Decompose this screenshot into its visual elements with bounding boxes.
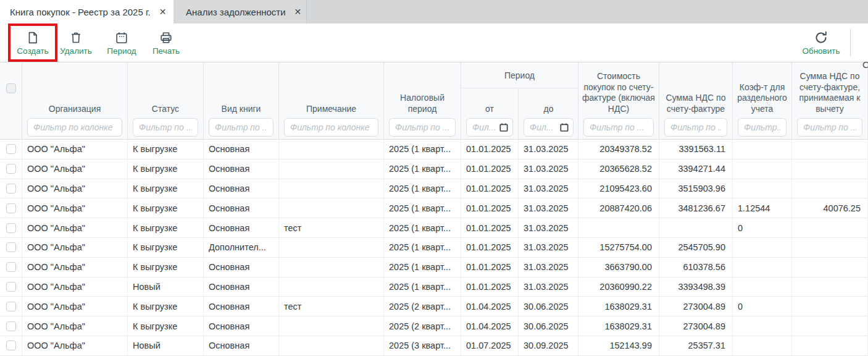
cell-cost[interactable]: 1638029.31 bbox=[578, 316, 659, 336]
cell-status[interactable]: Новый bbox=[128, 336, 204, 355]
print-button[interactable]: Печать bbox=[144, 23, 188, 62]
cell-org[interactable]: ООО "Альфа" bbox=[22, 258, 128, 277]
cell-cost[interactable]: 20365628.52 bbox=[578, 159, 659, 179]
cell-vat[interactable]: 610378.56 bbox=[659, 258, 733, 277]
cell-tax-period[interactable]: 2025 (1 кварт... bbox=[384, 140, 461, 159]
cell-book-type[interactable]: Основная bbox=[204, 179, 279, 198]
cell-org[interactable]: ООО "Альфа" bbox=[22, 218, 128, 237]
cell-coef[interactable] bbox=[733, 316, 792, 336]
cell-note[interactable] bbox=[279, 258, 384, 277]
column-header-note[interactable]: Примечание bbox=[279, 62, 384, 139]
cell-book-type[interactable]: Основная bbox=[204, 278, 279, 297]
filter-input-vat-deduct[interactable] bbox=[797, 118, 862, 137]
cell-date-from[interactable]: 01.04.2025 bbox=[461, 316, 519, 336]
cell-date-to[interactable]: 31.03.2025 bbox=[519, 198, 578, 218]
cell-coef[interactable]: 1.12544 bbox=[733, 198, 792, 218]
cell-vat[interactable] bbox=[659, 218, 733, 237]
filter-input-date-to[interactable] bbox=[530, 122, 559, 132]
row-checkbox[interactable] bbox=[6, 242, 16, 252]
cell-status[interactable]: К выгрузке bbox=[128, 198, 204, 218]
cell-book-type[interactable]: Основная bbox=[204, 297, 279, 316]
cell-status[interactable]: К выгрузке bbox=[128, 297, 204, 316]
cell-org[interactable]: ООО "Альфа" bbox=[22, 159, 128, 179]
cell-date-from[interactable]: 01.01.2025 bbox=[461, 159, 519, 179]
cell-coef[interactable]: 0 bbox=[733, 297, 792, 316]
cell-vat[interactable]: 3393498.39 bbox=[659, 278, 733, 297]
cell-vat-deduct[interactable] bbox=[792, 336, 868, 355]
cell-cost[interactable]: 21095423.60 bbox=[578, 179, 659, 198]
select-all-checkbox[interactable] bbox=[6, 83, 16, 93]
tab-purchase-book[interactable]: Книга покупок - Реестр за 2025 г. ✕ bbox=[0, 0, 173, 23]
cell-date-to[interactable]: 31.03.2025 bbox=[519, 258, 578, 277]
cell-vat-deduct[interactable]: 40076.25 bbox=[792, 198, 868, 218]
table-row[interactable]: ООО "Альфа"К выгрузкеОсновная2025 (1 ква… bbox=[0, 258, 868, 278]
cell-org[interactable]: ООО "Альфа" bbox=[22, 238, 128, 257]
cell-org[interactable]: ООО "Альфа" bbox=[22, 297, 128, 316]
cell-tax-period[interactable]: 2025 (1 кварт... bbox=[384, 238, 461, 257]
column-header-org[interactable]: Организация bbox=[22, 62, 128, 139]
table-row[interactable]: ООО "Альфа"К выгрузкеДополнител...2025 (… bbox=[0, 238, 868, 258]
delete-button[interactable]: Удалить bbox=[53, 23, 99, 62]
cell-note[interactable] bbox=[279, 198, 384, 218]
filter-input-note[interactable] bbox=[284, 118, 378, 137]
cell-status[interactable]: К выгрузке bbox=[128, 179, 204, 198]
cell-book-type[interactable]: Дополнител... bbox=[204, 238, 279, 257]
cell-date-to[interactable]: 30.09.2025 bbox=[519, 336, 578, 355]
cell-org[interactable]: ООО "Альфа" bbox=[22, 140, 128, 159]
cell-vat-deduct[interactable] bbox=[792, 179, 868, 198]
table-row[interactable]: ООО "Альфа"НовыйОсновная2025 (3 кварт...… bbox=[0, 336, 868, 356]
filter-input-vat[interactable] bbox=[664, 118, 727, 137]
cell-vat-deduct[interactable] bbox=[792, 159, 868, 179]
cell-tax-period[interactable]: 2025 (2 кварт... bbox=[384, 297, 461, 316]
cell-coef[interactable]: 0 bbox=[733, 218, 792, 237]
cell-cost[interactable]: 3663790.00 bbox=[578, 258, 659, 277]
filter-input-cost[interactable] bbox=[583, 118, 654, 137]
table-row[interactable]: ООО "Альфа"К выгрузкеОсновнаятест2025 (2… bbox=[0, 297, 868, 316]
cell-status[interactable]: К выгрузке bbox=[128, 316, 204, 336]
row-checkbox[interactable] bbox=[6, 164, 16, 174]
cell-coef[interactable] bbox=[733, 336, 792, 355]
cell-note[interactable] bbox=[279, 140, 384, 159]
table-row[interactable]: ООО "Альфа"К выгрузкеОсновная2025 (1 ква… bbox=[0, 140, 868, 159]
calendar-icon[interactable] bbox=[559, 122, 569, 132]
cell-vat-deduct[interactable] bbox=[792, 316, 868, 336]
cell-coef[interactable] bbox=[733, 159, 792, 179]
cell-coef[interactable] bbox=[733, 238, 792, 257]
cell-note[interactable]: тест bbox=[279, 218, 384, 237]
column-header-coef[interactable]: Коэф-т для раздельного учета bbox=[733, 62, 792, 139]
cell-tax-period[interactable]: 2025 (3 кварт... bbox=[384, 336, 461, 355]
cell-cost[interactable]: 152143.99 bbox=[578, 336, 659, 355]
cell-book-type[interactable]: Основная bbox=[204, 316, 279, 336]
cell-note[interactable] bbox=[279, 316, 384, 336]
column-header-vat[interactable]: Сумма НДС по счету-фактуре bbox=[659, 62, 733, 139]
cell-date-to[interactable]: 31.03.2025 bbox=[519, 140, 578, 159]
row-checkbox[interactable] bbox=[6, 203, 16, 213]
cell-org[interactable]: ООО "Альфа" bbox=[22, 336, 128, 355]
cell-book-type[interactable]: Основная bbox=[204, 140, 279, 159]
cell-vat-deduct[interactable] bbox=[792, 140, 868, 159]
cell-note[interactable] bbox=[279, 336, 384, 355]
cell-date-from[interactable]: 01.01.2025 bbox=[461, 258, 519, 277]
cell-vat[interactable]: 2545705.90 bbox=[659, 238, 733, 257]
cell-coef[interactable] bbox=[733, 140, 792, 159]
column-header-date-to[interactable]: до bbox=[519, 88, 578, 139]
cell-date-from[interactable]: 01.04.2025 bbox=[461, 297, 519, 316]
cell-tax-period[interactable]: 2025 (1 кварт... bbox=[384, 159, 461, 179]
column-header-status[interactable]: Статус bbox=[128, 62, 204, 139]
filter-input-date-from[interactable] bbox=[472, 122, 499, 132]
cell-book-type[interactable]: Основная bbox=[204, 198, 279, 218]
cell-tax-period[interactable]: 2025 (1 кварт... bbox=[384, 278, 461, 297]
cell-book-type[interactable]: Основная bbox=[204, 336, 279, 355]
period-button[interactable]: Период bbox=[99, 23, 144, 62]
cell-vat-deduct[interactable] bbox=[792, 278, 868, 297]
column-header-vat-deduct[interactable]: Сумма НДС по счету-фактуре, принимаемая … bbox=[792, 62, 868, 139]
cell-vat-deduct[interactable] bbox=[792, 258, 868, 277]
row-checkbox[interactable] bbox=[6, 262, 16, 272]
cell-book-type[interactable]: Основная bbox=[204, 258, 279, 277]
cell-book-type[interactable]: Основная bbox=[204, 218, 279, 237]
cell-date-from[interactable]: 01.07.2025 bbox=[461, 336, 519, 355]
cell-status[interactable]: К выгрузке bbox=[128, 159, 204, 179]
column-header-tax-period[interactable]: Налоговый период bbox=[384, 62, 461, 139]
cell-book-type[interactable]: Основная bbox=[204, 159, 279, 179]
create-button[interactable]: Создать bbox=[12, 23, 53, 62]
